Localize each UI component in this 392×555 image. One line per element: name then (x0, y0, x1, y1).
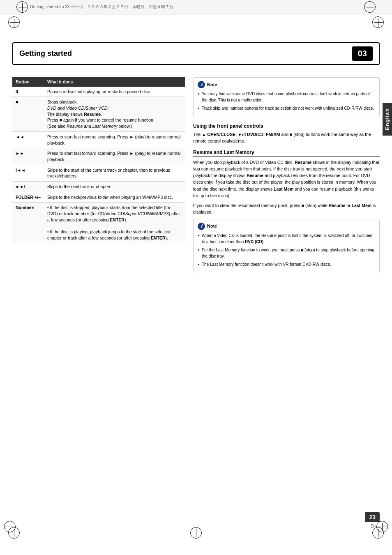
file-info-bar: Getting_started.fm 23 ページ ２００３年２月２７日 木曜日… (0, 0, 392, 14)
action-cell: Skips to the next track or chapter. (44, 181, 185, 192)
top-marks-row (0, 14, 392, 30)
note-label-1: Note (207, 81, 217, 88)
col-button-header: Button (12, 77, 44, 87)
front-panel-section: Using the front panel controls The ▲ OPE… (193, 123, 380, 145)
note-label-2: Note (207, 223, 217, 230)
action-cell: Skips to the start of the current track … (44, 165, 185, 181)
resume-section: Resume and Last Memory When you stop pla… (193, 150, 380, 216)
button-cell: I◄◄ (12, 165, 44, 181)
note-item: The Last Memory function doesn't work wi… (198, 261, 375, 267)
reg-mark-left (8, 16, 20, 28)
table-row: Numbers • If the disc is stopped, playba… (12, 203, 185, 243)
table-row: ►►I Skips to the next track or chapter. (12, 181, 185, 192)
note-item: When a Video CD is loaded, the Resume po… (198, 233, 375, 245)
note-icon-2: 𝒊 (198, 223, 205, 230)
front-panel-body: The ▲ OPEN/CLOSE, ►/II DVD/CD, FM/AM and… (193, 131, 380, 145)
note-header-1: 𝒊 Note (198, 81, 375, 88)
action-cell: Skips to the next/previous folder when p… (44, 192, 185, 203)
chapter-number: 03 (352, 46, 373, 61)
button-cell: ►► (12, 148, 44, 165)
note-item: For the Last Memory function to work, yo… (198, 247, 375, 259)
left-column: Button What it does II Pauses a disc tha… (12, 77, 185, 279)
table-row: ■ Stops playback. DVD and Video CD/Super… (12, 97, 185, 131)
reg-mark-top-right (364, 1, 376, 13)
note-list-2: When a Video CD is loaded, the Resume po… (198, 233, 375, 267)
button-cell: ►►I (12, 181, 44, 192)
front-panel-heading: Using the front panel controls (193, 123, 380, 129)
resume-heading: Resume and Last Memory (193, 150, 380, 157)
table-row: ►► Press to start fast forward scanning.… (12, 148, 185, 165)
reg-mark-bottom-center (190, 527, 202, 539)
button-cell: ◄◄ (12, 131, 44, 148)
table-row: FOLDER +/– Skips to the next/previous fo… (12, 192, 185, 203)
action-cell: • If the disc is stopped, playback start… (44, 203, 185, 243)
page-wrapper: Getting_started.fm 23 ページ ２００３年２月２７日 木曜日… (0, 0, 392, 555)
note-header-2: 𝒊 Note (198, 223, 375, 230)
section-title: Getting started (19, 49, 348, 58)
corner-reg-bl (4, 521, 16, 532)
table-body: II Pauses a disc that's playing, or rest… (12, 87, 185, 243)
col-action-header: What it does (44, 77, 185, 87)
button-cell: FOLDER +/– (12, 192, 44, 203)
main-content: Getting started 03 Button What it does (0, 34, 392, 288)
table-row: II Pauses a disc that's playing, or rest… (12, 87, 185, 97)
note-box-2: 𝒊 Note When a Video CD is loaded, the Re… (193, 219, 380, 273)
right-column: 𝒊 Note You may find with some DVD discs … (193, 77, 380, 279)
note-item: Track skip and number buttons for track … (198, 105, 375, 111)
action-cell: Pauses a disc that's playing, or restart… (44, 87, 185, 97)
action-cell: Press to start fast reverse scanning. Pr… (44, 131, 185, 148)
button-cell: II (12, 87, 44, 97)
action-cell: Press to start fast forward scanning. Pr… (44, 148, 185, 165)
reg-mark-top-left (16, 1, 28, 13)
button-cell: Numbers (12, 203, 44, 243)
two-column-layout: Button What it does II Pauses a disc tha… (12, 77, 380, 279)
table-row: ◄◄ Press to start fast reverse scanning.… (12, 131, 185, 148)
file-info-text: Getting_started.fm 23 ページ ２００３年２月２７日 木曜日… (30, 4, 173, 10)
header-section: Getting started 03 (12, 42, 380, 65)
note-item: You may find with some DVD discs that so… (198, 91, 375, 103)
reg-mark-right (372, 16, 384, 28)
note-list-1: You may find with some DVD discs that so… (198, 91, 375, 111)
resume-body-2: If you want to clear the resume/last mem… (193, 202, 380, 216)
english-sidebar-tag: English (383, 103, 392, 136)
table-row: I◄◄ Skips to the start of the current tr… (12, 165, 185, 181)
note-box-1: 𝒊 Note You may find with some DVD discs … (193, 77, 380, 117)
button-table: Button What it does II Pauses a disc tha… (12, 77, 185, 243)
note-icon-1: 𝒊 (198, 81, 205, 88)
action-cell: Stops playback. DVD and Video CD/Super V… (44, 97, 185, 131)
corner-reg-br (376, 521, 388, 532)
button-cell: ■ (12, 97, 44, 131)
resume-body-1: When you stop playback of a DVD or Video… (193, 159, 380, 199)
